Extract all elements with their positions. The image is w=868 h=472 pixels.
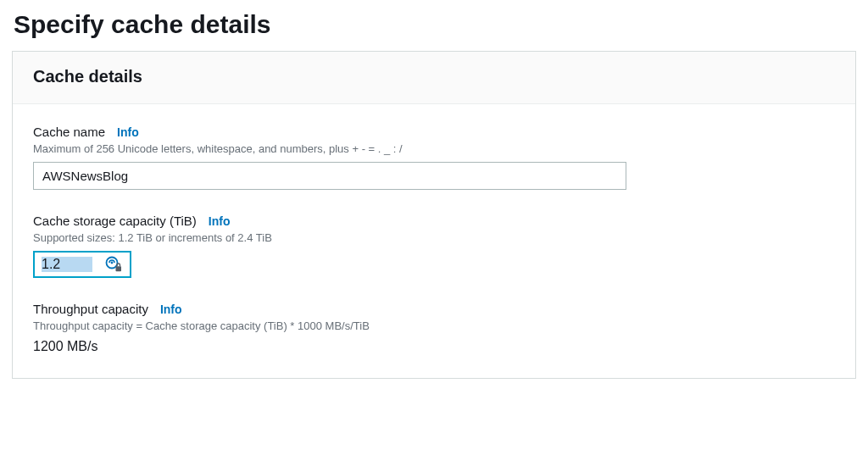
cache-name-label: Cache name bbox=[33, 125, 105, 139]
storage-capacity-hint: Supported sizes: 1.2 TiB or increments o… bbox=[33, 231, 835, 244]
lock-cursor-icon bbox=[104, 255, 123, 274]
throughput-value: 1200 MB/s bbox=[33, 339, 835, 354]
throughput-info-link[interactable]: Info bbox=[160, 303, 182, 316]
svg-point-1 bbox=[111, 262, 114, 264]
throughput-hint: Throughput capacity = Cache storage capa… bbox=[33, 319, 835, 332]
panel-header: Cache details bbox=[13, 52, 855, 104]
cache-details-panel: Cache details Cache name Info Maximum of… bbox=[12, 51, 856, 379]
panel-header-title: Cache details bbox=[33, 67, 835, 86]
cache-name-info-link[interactable]: Info bbox=[117, 125, 139, 139]
storage-capacity-field: Cache storage capacity (TiB) Info Suppor… bbox=[33, 214, 835, 278]
storage-capacity-input[interactable] bbox=[42, 257, 92, 272]
storage-capacity-input-wrap[interactable] bbox=[33, 251, 131, 278]
cache-name-input[interactable] bbox=[33, 162, 626, 190]
throughput-label: Throughput capacity bbox=[33, 302, 148, 316]
cache-name-field: Cache name Info Maximum of 256 Unicode l… bbox=[33, 125, 835, 190]
storage-capacity-info-link[interactable]: Info bbox=[209, 214, 231, 228]
cache-name-hint: Maximum of 256 Unicode letters, whitespa… bbox=[33, 142, 835, 155]
panel-body: Cache name Info Maximum of 256 Unicode l… bbox=[13, 104, 855, 378]
throughput-field: Throughput capacity Info Throughput capa… bbox=[33, 302, 835, 354]
storage-capacity-label: Cache storage capacity (TiB) bbox=[33, 214, 197, 228]
page-title: Specify cache details bbox=[14, 10, 856, 39]
svg-rect-2 bbox=[116, 266, 122, 271]
